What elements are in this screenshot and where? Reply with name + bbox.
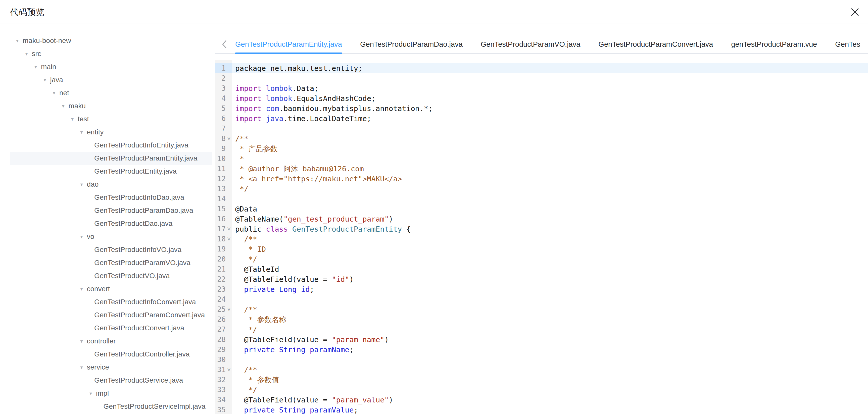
caret-down-icon[interactable]: ▾: [88, 390, 93, 396]
tree-item-label: net: [59, 89, 69, 97]
tree-folder-java[interactable]: ▾java: [0, 73, 215, 87]
line-number: 5: [215, 103, 226, 114]
tab-genTestProductParam.vue[interactable]: genTestProductParam.vue: [731, 40, 817, 49]
code-text: @TableField(value = "param_value"): [235, 395, 393, 405]
caret-down-icon[interactable]: ▾: [61, 103, 66, 109]
tree-file-GenTestProductParamEntity.java[interactable]: GenTestProductParamEntity.java: [0, 152, 215, 165]
caret-down-icon[interactable]: ▾: [79, 338, 84, 344]
tree-folder-maku[interactable]: ▾maku: [0, 99, 215, 113]
dialog-title: 代码预览: [10, 0, 44, 24]
tree-item-label: GenTestProductParamVO.java: [94, 259, 190, 267]
tree-folder-net[interactable]: ▾net: [0, 87, 215, 99]
tree-folder-vo[interactable]: ▾vo: [0, 230, 215, 243]
line-number: 27: [215, 325, 226, 335]
tab-GenTestProductParamEntity.java[interactable]: GenTestProductParamEntity.java: [235, 40, 342, 49]
tree-item-label: GenTestProductInfoVO.java: [94, 246, 181, 254]
tab-GenTestProductParamDao.java[interactable]: GenTestProductParamDao.java: [360, 40, 463, 49]
tree-folder-controller[interactable]: ▾controller: [0, 335, 215, 348]
code-text: @TableName("gen_test_product_param"): [235, 214, 393, 224]
code-line-27: 27 */: [215, 325, 868, 335]
tree-file-GenTestProductInfoEntity.java[interactable]: GenTestProductInfoEntity.java: [0, 139, 215, 152]
code-line-1: 1package net.maku.test.entity;: [215, 63, 868, 73]
line-number: 34: [215, 395, 226, 405]
chevron-left-icon: [221, 39, 227, 49]
dialog-header: 代码预览: [0, 0, 868, 24]
tree-file-GenTestProductParamDao.java[interactable]: GenTestProductParamDao.java: [0, 204, 215, 217]
tree-file-GenTestProductVO.java[interactable]: GenTestProductVO.java: [0, 269, 215, 282]
tree-item-label: main: [41, 63, 56, 71]
tree-file-GenTestProductInfoVO.java[interactable]: GenTestProductInfoVO.java: [0, 243, 215, 256]
code-text: */: [235, 184, 248, 194]
tree-folder-entity[interactable]: ▾entity: [0, 126, 215, 139]
tree-file-GenTestProductController.java[interactable]: GenTestProductController.java: [0, 348, 215, 361]
tree-item-label: GenTestProductInfoConvert.java: [94, 298, 196, 306]
line-number: 10: [215, 154, 226, 164]
caret-down-icon[interactable]: ▾: [15, 38, 20, 44]
code-line-21: 21 @TableId: [215, 264, 868, 274]
fold-chevron-icon[interactable]: ˅: [226, 365, 232, 375]
caret-down-icon[interactable]: ▾: [79, 129, 84, 135]
line-number: 6: [215, 114, 226, 124]
tree-item-label: test: [78, 115, 89, 123]
tree-file-GenTestProductParamConvert.java[interactable]: GenTestProductParamConvert.java: [0, 309, 215, 322]
line-number: 13: [215, 184, 226, 194]
tree-folder-test[interactable]: ▾test: [0, 113, 215, 126]
line-number: 26: [215, 315, 226, 325]
fold-chevron-icon[interactable]: ˅: [226, 224, 232, 234]
tree-folder-maku-boot-new[interactable]: ▾maku-boot-new: [0, 34, 215, 47]
caret-down-icon[interactable]: ▾: [70, 116, 75, 122]
line-number: 28: [215, 335, 226, 345]
caret-down-icon[interactable]: ▾: [79, 364, 84, 370]
code-line-16: 16@TableName("gen_test_product_param"): [215, 214, 868, 224]
line-number: 4: [215, 93, 226, 103]
fold-chevron-icon[interactable]: ˅: [226, 234, 232, 244]
tree-file-GenTestProductParamVO.java[interactable]: GenTestProductParamVO.java: [0, 256, 215, 269]
line-number: 12: [215, 174, 226, 184]
line-number: 35: [215, 405, 226, 414]
tree-item-label: GenTestProductVO.java: [94, 272, 169, 280]
tree-folder-convert[interactable]: ▾convert: [0, 282, 215, 295]
tab-GenTestProductParamConvert.java[interactable]: GenTestProductParamConvert.java: [598, 40, 713, 49]
tab-prev-button[interactable]: [217, 35, 231, 53]
close-button[interactable]: [848, 5, 862, 19]
tree-folder-main[interactable]: ▾main: [0, 60, 215, 73]
code-line-28: 28 @TableField(value = "param_name"): [215, 335, 868, 345]
caret-down-icon[interactable]: ▾: [79, 181, 84, 187]
tree-folder-src[interactable]: ▾src: [0, 47, 215, 60]
code-text: * ID: [235, 244, 266, 254]
code-text: private String paramName;: [235, 345, 353, 355]
caret-down-icon[interactable]: ▾: [79, 286, 84, 292]
fold-chevron-icon[interactable]: ˅: [226, 305, 232, 315]
code-line-32: 32 * 参数值: [215, 375, 868, 385]
caret-down-icon[interactable]: ▾: [79, 234, 84, 240]
tree-file-GenTestProductService.java[interactable]: GenTestProductService.java: [0, 374, 215, 387]
tree-file-GenTestProductInfoDao.java[interactable]: GenTestProductInfoDao.java: [0, 191, 215, 204]
tree-file-GenTestProductDao.java[interactable]: GenTestProductDao.java: [0, 217, 215, 230]
tree-file-GenTestProductConvert.java[interactable]: GenTestProductConvert.java: [0, 322, 215, 335]
code-line-34: 34 @TableField(value = "param_value"): [215, 395, 868, 405]
code-line-17: 17˅public class GenTestProductParamEntit…: [215, 224, 868, 234]
tree-file-GenTestProductInfoConvert.java[interactable]: GenTestProductInfoConvert.java: [0, 295, 215, 309]
code-text: @Data: [235, 204, 257, 214]
caret-down-icon[interactable]: ▾: [52, 90, 57, 96]
tree-folder-dao[interactable]: ▾dao: [0, 178, 215, 191]
tree-file-GenTestProductServiceImpl.java[interactable]: GenTestProductServiceImpl.java: [0, 400, 215, 413]
tab-GenTestProductParamVO.java[interactable]: GenTestProductParamVO.java: [481, 40, 581, 49]
caret-down-icon[interactable]: ▾: [42, 77, 48, 83]
code-text: /**: [235, 365, 257, 375]
caret-down-icon[interactable]: ▾: [24, 51, 29, 57]
caret-down-icon[interactable]: ▾: [33, 64, 38, 70]
tree-item-label: convert: [87, 285, 110, 293]
line-number: 3: [215, 84, 226, 93]
code-text: * 参数名称: [235, 315, 286, 325]
tree-folder-service[interactable]: ▾service: [0, 361, 215, 374]
code-line-31: 31˅ /**: [215, 365, 868, 375]
fold-chevron-icon[interactable]: ˅: [226, 134, 232, 144]
tree-folder-impl[interactable]: ▾impl: [0, 387, 215, 400]
code-lines: 1package net.maku.test.entity;23import l…: [215, 63, 868, 414]
tree-file-GenTestProductEntity.java[interactable]: GenTestProductEntity.java: [0, 165, 215, 178]
tab-GenTes[interactable]: GenTes: [835, 40, 860, 49]
line-number: 29: [215, 345, 226, 355]
code-text: */: [235, 254, 257, 264]
tree-item-label: src: [32, 50, 41, 58]
